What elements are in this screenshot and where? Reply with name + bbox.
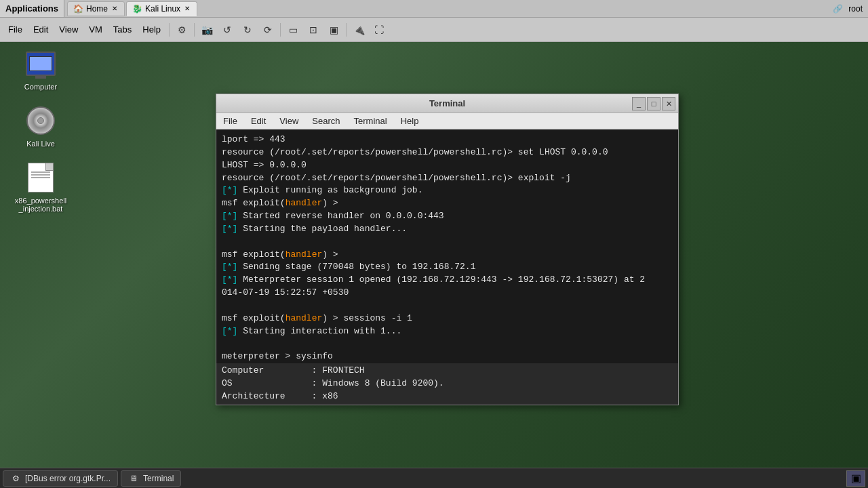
taskbar-right: ▣ [846, 470, 868, 487]
file-line-3 [31, 177, 50, 178]
terminal-close[interactable]: ✕ [662, 97, 675, 110]
top-tabs: 🏠 Home ✕ 🐉 Kali Linux ✕ [64, 0, 199, 17]
desktop-icon-batch[interactable]: x86_powershell_injection.bat [14, 161, 68, 213]
toolbar-btn-refresh1[interactable]: ↺ [218, 21, 237, 39]
term-line-10: msf exploit(handler) > [222, 249, 673, 262]
toolbar-btn-display2[interactable]: ⊡ [304, 21, 323, 39]
top-right: 🔗 root [833, 4, 868, 14]
toolbar: File Edit View VM Tabs Help ⚙ 📷 ↺ ↻ ⟳ ▭ … [0, 18, 868, 42]
sysinfo-block: Computer : FRONTECH OS : Windows 8 (Buil… [216, 363, 678, 405]
kalilive-icon-label: Kali Live [26, 140, 55, 148]
tab-kalilinux[interactable]: 🐉 Kali Linux ✕ [126, 1, 197, 16]
desktop-icon-kalilive[interactable]: Kali Live [14, 104, 68, 148]
applications-label: Applications [5, 3, 58, 14]
toolbar-vm[interactable]: VM [83, 21, 108, 39]
toolbar-btn-capture[interactable]: 📷 [197, 21, 216, 39]
terminal-menubar: File Edit View Search Terminal Help [216, 113, 678, 129]
user-label: root [848, 4, 863, 14]
toolbar-tabs[interactable]: Tabs [108, 21, 137, 39]
kali-icon: 🐉 [132, 4, 142, 14]
toolbar-edit[interactable]: Edit [28, 21, 54, 39]
dvd-icon-img [24, 104, 57, 137]
term-line-3: LHOST => 0.0.0.0 [222, 159, 673, 172]
dvd-shape [26, 106, 55, 135]
tab-home[interactable]: 🏠 Home ✕ [67, 1, 125, 16]
sysinfo-computer: Computer : FRONTECH [222, 365, 673, 378]
toolbar-btn-usb[interactable]: 🔌 [349, 21, 368, 39]
terminal-maximize[interactable]: □ [647, 97, 660, 110]
term-line-9 [222, 236, 673, 249]
sysinfo-lang: System Language : en_US [222, 403, 673, 405]
term-line-15: msf exploit(handler) > sessions -i 1 [222, 312, 673, 325]
toolbar-btn-display3[interactable]: ▣ [324, 21, 343, 39]
network-icon: 🔗 [833, 4, 843, 14]
tab-home-label: Home [86, 4, 108, 14]
terminal-menu-view[interactable]: View [273, 113, 305, 129]
desktop-icons: Computer Kali Live x86_powershel [14, 47, 68, 213]
desktop-icon-computer[interactable]: Computer [14, 47, 68, 91]
computer-icon-label: Computer [24, 83, 57, 91]
toolbar-btn-settings[interactable]: ⚙ [172, 21, 191, 39]
term-line-5: [*] Exploit running as background job. [222, 184, 673, 197]
taskbar-item-dbus[interactable]: ⚙ [DBus error org.gtk.Pr... [3, 470, 118, 487]
terminal-menu-help[interactable]: Help [394, 113, 426, 129]
home-icon: 🏠 [73, 4, 83, 14]
dbus-icon: ⚙ [10, 473, 21, 484]
file-line-2 [31, 174, 50, 176]
terminal-menu-file[interactable]: File [216, 113, 244, 129]
terminal-titlebar: Terminal _ □ ✕ [216, 94, 678, 113]
file-line-1 [31, 171, 50, 173]
terminal-menu-edit[interactable]: Edit [244, 113, 273, 129]
toolbar-btn-refresh3[interactable]: ⟳ [258, 21, 277, 39]
term-line-11: [*] Sending stage (770048 bytes) to 192.… [222, 261, 673, 274]
term-line-7: [*] Started reverse handler on 0.0.0.0:4… [222, 210, 673, 223]
corner-icon: ▣ [851, 472, 861, 485]
toolbar-sep3 [280, 23, 281, 37]
toolbar-btn-refresh2[interactable]: ↻ [238, 21, 257, 39]
batch-icon-label: x86_powershell_injection.bat [14, 197, 68, 213]
term-line-4: resource (/root/.set/reports/powershell/… [222, 172, 673, 185]
monitor-screen [29, 56, 52, 71]
file-shape [28, 163, 54, 192]
taskbar-corner[interactable]: ▣ [846, 470, 865, 487]
terminal-menu-terminal[interactable]: Terminal [347, 113, 394, 129]
term-line-12: [*] Meterpreter session 1 opened (192.16… [222, 274, 673, 287]
top-menubar: Applications 🏠 Home ✕ 🐉 Kali Linux ✕ 🔗 r… [0, 0, 868, 18]
taskbar: ⚙ [DBus error org.gtk.Pr... 🖥 Terminal ▣ [0, 468, 868, 488]
terminal-window: Terminal _ □ ✕ File Edit View Search Ter… [216, 94, 679, 405]
terminal-taskbar-icon: 🖥 [128, 473, 139, 484]
tab-kali-close[interactable]: ✕ [183, 5, 191, 13]
taskbar-dbus-label: [DBus error org.gtk.Pr... [25, 474, 111, 483]
toolbar-help[interactable]: Help [137, 21, 166, 39]
term-line-14 [222, 300, 673, 312]
terminal-minimize[interactable]: _ [632, 97, 646, 110]
monitor-shape [26, 52, 56, 76]
term-line-17 [222, 338, 673, 351]
file-icon-img [24, 161, 57, 194]
toolbar-btn-display1[interactable]: ▭ [283, 21, 302, 39]
computer-icon-img [24, 47, 57, 80]
sysinfo-os: OS : Windows 8 (Build 9200). [222, 378, 673, 390]
desktop: Applications 🏠 Home ✕ 🐉 Kali Linux ✕ 🔗 r… [0, 0, 868, 488]
toolbar-sep1 [169, 23, 170, 37]
term-line-1: lport => 443 [222, 134, 673, 146]
taskbar-terminal-label: Terminal [143, 474, 174, 483]
tab-kali-label: Kali Linux [145, 4, 180, 14]
toolbar-view[interactable]: View [54, 21, 83, 39]
term-line-8: [*] Starting the payload handler... [222, 223, 673, 236]
sysinfo-arch: Architecture : x86 [222, 390, 673, 403]
terminal-title: Terminal [429, 98, 465, 108]
toolbar-sep4 [346, 23, 347, 37]
terminal-body[interactable]: lport => 443 resource (/root/.set/report… [216, 129, 678, 405]
tab-home-close[interactable]: ✕ [111, 5, 119, 13]
terminal-menu-search[interactable]: Search [305, 113, 347, 129]
toolbar-btn-fullscreen[interactable]: ⛶ [370, 21, 389, 39]
toolbar-file[interactable]: File [3, 21, 28, 39]
taskbar-item-terminal[interactable]: 🖥 Terminal [121, 470, 181, 487]
dvd-center [37, 117, 44, 124]
term-line-6: msf exploit(handler) > [222, 197, 673, 210]
term-line-16: [*] Starting interaction with 1... [222, 325, 673, 338]
term-line-2: resource (/root/.set/reports/powershell/… [222, 146, 673, 159]
applications-button[interactable]: Applications [0, 0, 64, 17]
toolbar-sep2 [194, 23, 195, 37]
